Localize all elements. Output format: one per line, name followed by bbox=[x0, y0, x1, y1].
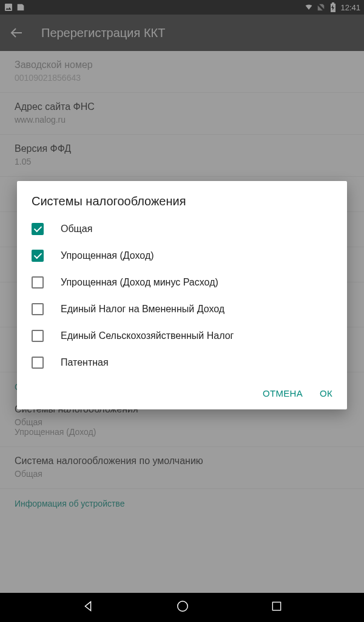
tax-option-agriculture[interactable]: Единый Сельскохозяйственный Налог bbox=[17, 323, 347, 349]
cancel-button[interactable]: ОТМЕНА bbox=[263, 388, 303, 398]
svg-point-0 bbox=[178, 601, 188, 612]
tax-option-general[interactable]: Общая bbox=[17, 216, 347, 242]
ok-button[interactable]: ОК bbox=[320, 388, 332, 398]
svg-rect-1 bbox=[272, 602, 280, 610]
checkbox-icon[interactable] bbox=[32, 223, 44, 235]
tax-option-envd[interactable]: Единый Налог на Вмененный Доход bbox=[17, 296, 347, 323]
tax-option-patent[interactable]: Патентная bbox=[17, 349, 347, 376]
navigation-bar bbox=[0, 593, 364, 622]
nav-recent-icon[interactable] bbox=[271, 600, 283, 615]
checkbox-icon[interactable] bbox=[32, 357, 44, 369]
option-label: Общая bbox=[61, 224, 92, 234]
checkbox-icon[interactable] bbox=[32, 330, 44, 342]
tax-option-usn-income-expense[interactable]: Упрощенная (Доход минус Расход) bbox=[17, 269, 347, 296]
checkbox-icon[interactable] bbox=[32, 303, 44, 315]
checkbox-icon[interactable] bbox=[32, 276, 44, 289]
option-label: Упрощенная (Доход минус Расход) bbox=[61, 277, 218, 288]
option-label: Единый Налог на Вмененный Доход bbox=[61, 304, 224, 315]
option-label: Единый Сельскохозяйственный Налог bbox=[61, 330, 234, 341]
nav-back-icon[interactable] bbox=[81, 600, 95, 615]
option-label: Патентная bbox=[61, 357, 109, 368]
checkbox-icon[interactable] bbox=[32, 250, 44, 262]
nav-home-icon[interactable] bbox=[176, 600, 189, 615]
tax-option-usn-income[interactable]: Упрощенная (Доход) bbox=[17, 242, 347, 269]
tax-systems-dialog: Системы налогообложения Общая Упрощенная… bbox=[17, 181, 347, 409]
option-label: Упрощенная (Доход) bbox=[61, 250, 154, 261]
dialog-title: Системы налогообложения bbox=[17, 181, 347, 216]
